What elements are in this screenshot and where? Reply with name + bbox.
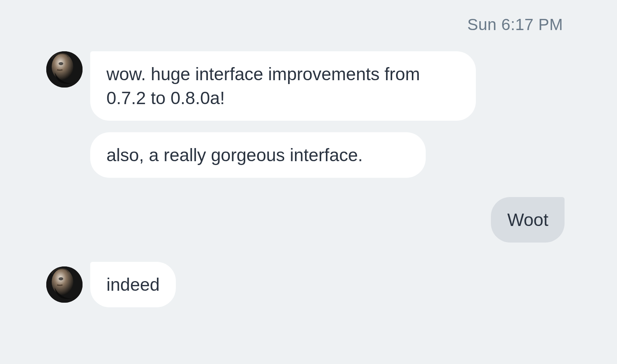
svg-point-2 (59, 62, 63, 65)
svg-point-5 (59, 277, 63, 280)
thread-timestamp: Sun 6:17 PM (46, 15, 571, 34)
message-bubble-incoming[interactable]: also, a really gorgeous interface. (90, 132, 426, 178)
message-bubble-incoming[interactable]: indeed (90, 262, 176, 307)
incoming-bubble-stack: wow. huge interface improvements from 0.… (90, 51, 476, 178)
avatar-icon (46, 266, 83, 303)
chat-thread: Sun 6:17 PM wow. huge interf (0, 0, 617, 364)
message-group-incoming: indeed (46, 262, 571, 307)
message-bubble-outgoing[interactable]: Woot (491, 197, 565, 243)
svg-point-4 (52, 269, 73, 295)
svg-point-1 (52, 54, 73, 80)
message-bubble-incoming[interactable]: wow. huge interface improvements from 0.… (90, 51, 476, 121)
avatar-icon (46, 51, 83, 88)
sender-avatar[interactable] (46, 51, 83, 88)
message-group-outgoing: Woot (46, 197, 571, 243)
sender-avatar[interactable] (46, 266, 83, 303)
message-group-incoming: wow. huge interface improvements from 0.… (46, 51, 571, 178)
incoming-bubble-stack: indeed (90, 262, 176, 307)
